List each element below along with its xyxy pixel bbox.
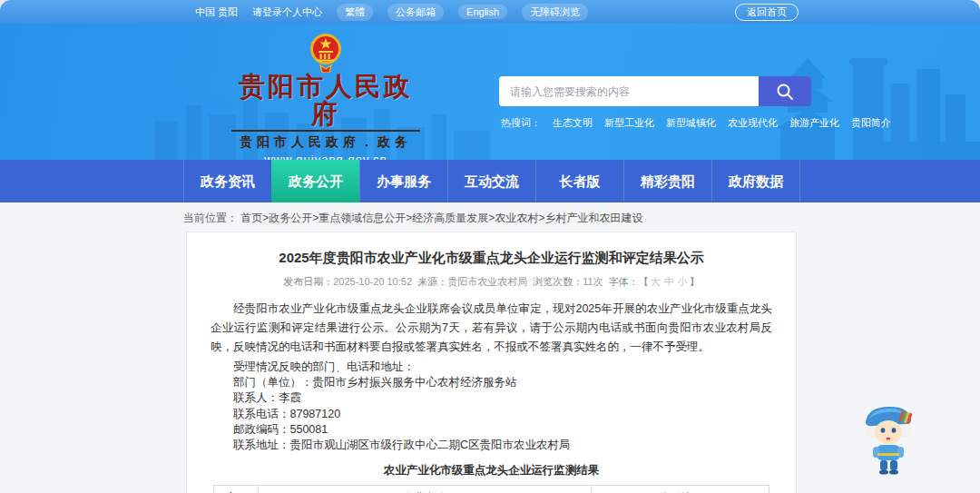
site-banner: 贵阳市人民政府 贵阳市人民政府．政务 www.guiyang.gov.cn 热搜… bbox=[0, 24, 980, 160]
font-size-medium-button[interactable]: 中 bbox=[664, 276, 674, 287]
topbar-link-china-guiyang[interactable]: 中国 贵阳 bbox=[195, 5, 238, 19]
breadcrumb: 当前位置： 首页>政务公开>重点领域信息公开>经济高质量发展>农业农村>乡村产业… bbox=[0, 202, 980, 234]
table-header-result: 监测结果 bbox=[592, 486, 769, 493]
source: 贵阳市农业农村局 bbox=[447, 276, 527, 287]
table-caption: 农业产业化市级重点龙头企业运行监测结果 bbox=[211, 463, 772, 478]
hot-word-5[interactable]: 旅游产业化 bbox=[789, 116, 839, 130]
table-header-company: 企业名称 bbox=[259, 486, 592, 493]
contact-person: 联系人：李霞 bbox=[211, 390, 772, 406]
hot-word-1[interactable]: 生态文明 bbox=[553, 116, 593, 130]
publish-date: 2025-10-20 10:52 bbox=[333, 276, 412, 287]
font-size-label: 字体：【 bbox=[609, 276, 649, 287]
search-icon bbox=[775, 82, 795, 102]
views-label: 浏览次数： bbox=[533, 276, 583, 287]
font-size-small-button[interactable]: 小 bbox=[678, 276, 688, 287]
nav-item-zhengwu-gongkai[interactable]: 政务公开 bbox=[271, 160, 359, 202]
search-button[interactable] bbox=[759, 76, 811, 106]
page: 中国 贵阳 请登录个人中心 繁體 公务邮箱 English 无障碍浏览 返回首页 bbox=[0, 0, 980, 493]
back-to-home-button[interactable]: 返回首页 bbox=[735, 4, 799, 21]
hot-word-2[interactable]: 新型工业化 bbox=[604, 116, 654, 130]
topbar-link-traditional[interactable]: 繁體 bbox=[337, 4, 373, 21]
search-bar bbox=[499, 76, 811, 106]
site-logo[interactable]: 贵阳市人民政府 贵阳市人民政府．政务 www.guiyang.gov.cn bbox=[230, 31, 422, 160]
site-name: 贵阳市人民政府 bbox=[230, 73, 422, 127]
hot-word-3[interactable]: 新型城镇化 bbox=[666, 116, 716, 130]
monitoring-result-table: 序号 企业名称 监测结果 1 贵州合力超市采购有限公司 合格 2 贵州友禾种业有… bbox=[213, 485, 769, 493]
hot-word-4[interactable]: 农业现代化 bbox=[728, 116, 778, 130]
nav-item-jingcai-guiyang[interactable]: 精彩贵阳 bbox=[623, 160, 711, 202]
publish-date-label: 发布日期： bbox=[283, 276, 333, 287]
nav-item-zhengfu-shuju[interactable]: 政府数据 bbox=[711, 160, 800, 202]
main-nav: 政务资讯 政务公开 办事服务 互动交流 长者版 精彩贵阳 政府数据 bbox=[0, 160, 980, 202]
site-url: www.guiyang.gov.cn bbox=[230, 153, 422, 160]
contact-phone: 联系电话：87987120 bbox=[211, 407, 772, 422]
breadcrumb-label: 当前位置： bbox=[183, 212, 238, 224]
topbar-link-login[interactable]: 请登录个人中心 bbox=[252, 5, 322, 19]
contact-department: 部门（单位）：贵阳市乡村振兴服务中心农村经济服务站 bbox=[211, 375, 772, 390]
font-size-large-button[interactable]: 大 bbox=[651, 276, 661, 287]
contact-postcode: 邮政编码：550081 bbox=[211, 422, 772, 438]
nav-item-hudong-jiaoliu[interactable]: 互动交流 bbox=[447, 160, 535, 202]
nav-item-zhangzheban[interactable]: 长者版 bbox=[535, 160, 623, 202]
national-emblem-icon bbox=[309, 31, 343, 73]
guiyang-mascot[interactable] bbox=[862, 402, 918, 478]
top-utility-bar: 中国 贵阳 请登录个人中心 繁體 公务邮箱 English 无障碍浏览 返回首页 bbox=[0, 0, 980, 24]
contact-intro: 受理情况反映的部门、电话和地址： bbox=[211, 360, 772, 375]
article-title: 2025年度贵阳市农业产业化市级重点龙头企业运行监测和评定结果公示 bbox=[211, 249, 772, 267]
article-card: 2025年度贵阳市农业产业化市级重点龙头企业运行监测和评定结果公示 发布日期：2… bbox=[186, 232, 797, 493]
article-meta: 发布日期：2025-10-20 10:52 来源：贵阳市农业农村局 浏览次数：1… bbox=[211, 275, 772, 289]
hot-search-label: 热搜词： bbox=[501, 116, 541, 130]
hot-search-row: 热搜词： 生态文明 新型工业化 新型城镇化 农业现代化 旅游产业化 贵阳简介 bbox=[501, 116, 891, 130]
site-subtitle: 贵阳市人民政府．政务 bbox=[230, 134, 422, 151]
mascot-icon bbox=[862, 402, 918, 475]
article-paragraph-1: 经贵阳市农业产业化市级重点龙头企业联席会议成员单位审定，现对2025年开展的农业… bbox=[211, 300, 772, 357]
topbar-link-accessibility[interactable]: 无障碍浏览 bbox=[522, 4, 588, 21]
hot-word-6[interactable]: 贵阳简介 bbox=[851, 116, 891, 130]
breadcrumb-path[interactable]: 首页>政务公开>重点领域信息公开>经济高质量发展>农业农村>乡村产业和农田建设 bbox=[240, 212, 642, 224]
source-label: 来源： bbox=[417, 276, 447, 287]
font-size-bracket-close: 】 bbox=[690, 276, 700, 287]
nav-item-zhengwu-zixun[interactable]: 政务资讯 bbox=[183, 160, 271, 202]
topbar-link-mailbox[interactable]: 公务邮箱 bbox=[387, 4, 444, 21]
nav-item-banshi-fuwu[interactable]: 办事服务 bbox=[359, 160, 447, 202]
search-input[interactable] bbox=[499, 76, 759, 106]
table-header-index: 序号 bbox=[214, 486, 259, 493]
table-header-row: 序号 企业名称 监测结果 bbox=[214, 486, 769, 493]
views-count: 11次 bbox=[583, 276, 603, 287]
contact-address: 联系地址：贵阳市观山湖区市级行政中心二期C区贵阳市农业农村局 bbox=[211, 438, 772, 453]
topbar-link-english[interactable]: English bbox=[458, 5, 507, 19]
logo-divider bbox=[231, 130, 420, 132]
